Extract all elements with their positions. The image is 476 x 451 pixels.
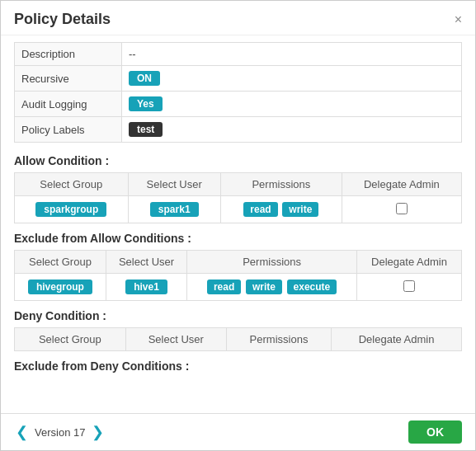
deny-condition-table: Select Group Select User Permissions Del… (14, 327, 462, 351)
recursive-badge: ON (129, 71, 160, 86)
details-table: Description -- Recursive ON Audit Loggin… (14, 42, 462, 143)
delegate-admin-cell (342, 196, 461, 223)
permissions-cell: read write execute (187, 274, 357, 301)
permissions-cell: read write (220, 196, 342, 223)
perm-write: write (246, 280, 282, 294)
col-delegate-admin: Delegate Admin (342, 173, 461, 196)
perm-execute: execute (287, 280, 337, 294)
col-select-user: Select User (106, 251, 186, 274)
detail-label: Policy Labels (15, 117, 122, 143)
exclude-allow-title: Exclude from Allow Conditions : (14, 232, 462, 245)
close-button[interactable]: × (455, 12, 462, 27)
perm-read: read (243, 202, 277, 217)
col-select-user: Select User (128, 173, 220, 196)
policy-labels-badge: test (129, 122, 163, 137)
perm-write: write (282, 202, 318, 217)
table-header-row: Select Group Select User Permissions Del… (15, 328, 462, 351)
allow-condition-table: Select Group Select User Permissions Del… (14, 172, 462, 223)
table-header-row: Select Group Select User Permissions Del… (15, 173, 462, 196)
table-header-row: Select Group Select User Permissions Del… (15, 251, 462, 274)
detail-label: Recursive (15, 66, 122, 92)
allow-condition-title: Allow Condition : (14, 154, 462, 167)
ok-button[interactable]: OK (408, 420, 462, 444)
version-label: Version 17 (35, 426, 85, 439)
table-row: Recursive ON (15, 66, 462, 92)
user-cell: spark1 (128, 196, 220, 223)
detail-value: -- (122, 43, 462, 66)
table-row: Description -- (15, 43, 462, 66)
col-permissions: Permissions (220, 173, 342, 196)
table-row: sparkgroup spark1 read write (15, 196, 462, 223)
group-badge: sparkgroup (35, 202, 106, 217)
delegate-admin-cell (357, 274, 462, 301)
col-select-user: Select User (125, 328, 226, 351)
permissions-badges: read write (243, 203, 319, 215)
dialog-title: Policy Details (14, 11, 111, 28)
dialog-body: Description -- Recursive ON Audit Loggin… (1, 35, 475, 413)
detail-value: test (122, 117, 462, 143)
deny-condition-title: Deny Condition : (14, 309, 462, 322)
col-permissions: Permissions (187, 251, 357, 274)
table-row: Audit Logging Yes (15, 92, 462, 117)
dialog-footer: ❮ Version 17 ❯ OK (1, 413, 475, 450)
permissions-badges: read write execute (206, 280, 337, 293)
user-badge: spark1 (150, 202, 199, 217)
col-permissions: Permissions (226, 328, 331, 351)
group-badge: hivegroup (28, 280, 92, 294)
col-delegate-admin: Delegate Admin (357, 251, 462, 274)
delegate-admin-checkbox[interactable] (403, 280, 415, 292)
policy-details-dialog: Policy Details × Description -- Recursiv… (0, 0, 476, 451)
detail-value: Yes (122, 92, 462, 117)
group-cell: hivegroup (15, 274, 106, 301)
exclude-deny-title: Exclude from Deny Conditions : (14, 359, 462, 373)
col-select-group: Select Group (15, 173, 129, 196)
col-select-group: Select Group (15, 328, 126, 351)
delegate-admin-checkbox[interactable] (396, 203, 408, 214)
version-next-button[interactable]: ❯ (90, 423, 106, 441)
version-nav: ❮ Version 17 ❯ (14, 423, 106, 441)
detail-label: Audit Logging (15, 92, 122, 117)
version-prev-button[interactable]: ❮ (14, 423, 30, 441)
group-cell: sparkgroup (15, 196, 129, 223)
detail-label: Description (15, 43, 122, 66)
detail-value: ON (122, 66, 462, 92)
table-row: hivegroup hive1 read write execute (15, 274, 462, 301)
exclude-allow-table: Select Group Select User Permissions Del… (14, 250, 462, 301)
dialog-header: Policy Details × (1, 1, 475, 35)
col-delegate-admin: Delegate Admin (332, 328, 462, 351)
user-badge: hive1 (125, 280, 167, 294)
perm-read: read (207, 280, 241, 294)
user-cell: hive1 (106, 274, 186, 301)
audit-logging-badge: Yes (129, 96, 163, 111)
col-select-group: Select Group (15, 251, 106, 274)
table-row: Policy Labels test (15, 117, 462, 143)
